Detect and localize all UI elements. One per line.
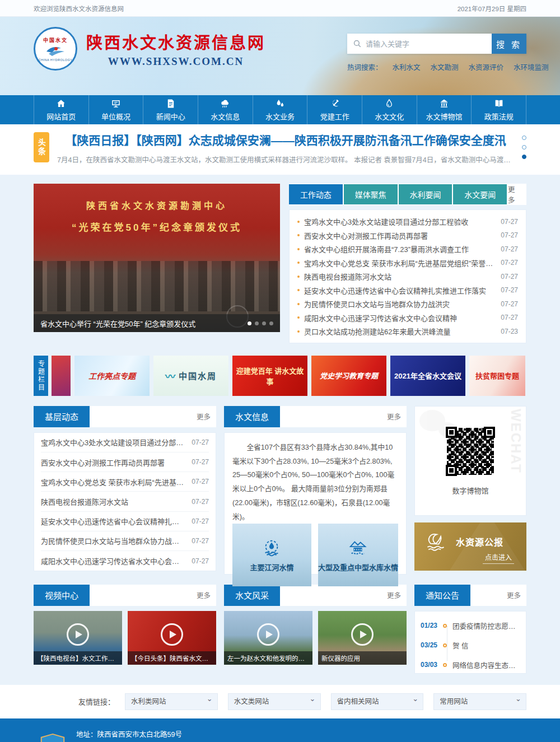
news-item[interactable]: 延安水文中心迅速传达省中心会议精神扎实推进工作落实07-27 bbox=[297, 283, 518, 297]
photo-thumbnail[interactable]: 新仪器的应用 bbox=[318, 611, 407, 665]
hot-word-link[interactable]: 水文勘测 bbox=[431, 62, 459, 72]
notice-item[interactable]: 01/23 团委疫情防控志愿服务《倡议… bbox=[421, 620, 520, 631]
news-item[interactable]: 宝鸡水文中心党总支 荣获市水利局“先进基层党组织”荣誉称号07-27 bbox=[297, 256, 518, 270]
carousel-dot-active[interactable] bbox=[248, 321, 251, 325]
hydro-style-more-link[interactable]: 更多 bbox=[387, 590, 407, 600]
list-item[interactable]: 宝鸡水文中心党总支 荣获市水利局“先进基层党组织”荣誉称号07-27 bbox=[41, 472, 209, 492]
photo-caption: 省水文中心举行 “光荣在党50年” 纪念章颁发仪式 bbox=[40, 318, 248, 329]
carousel-dots[interactable] bbox=[248, 321, 273, 325]
news-more-link[interactable]: 更多 bbox=[508, 184, 526, 205]
grassroots-title: 基层动态 bbox=[34, 406, 90, 427]
photo-banner-text: 陕西省水文水资源勘测中心 “光荣在党50年”纪念章颁发仪式 bbox=[34, 198, 280, 234]
play-icon[interactable] bbox=[161, 623, 183, 646]
topic-banner[interactable] bbox=[52, 356, 71, 396]
links-select-water-resources[interactable]: 水利类网站 bbox=[125, 693, 218, 710]
search-button[interactable]: 搜 索 bbox=[492, 34, 526, 54]
links-select-provincial[interactable]: 省内相关网站 bbox=[331, 693, 424, 710]
play-icon[interactable] bbox=[257, 623, 279, 646]
timeline-dot-icon bbox=[443, 624, 447, 628]
main-nav: 网站首页 单位概况 新闻中心 水文信息 水文业务 bbox=[0, 95, 560, 124]
carousel-dot[interactable] bbox=[269, 321, 273, 325]
list-item[interactable]: 宝鸡水文中心3处水文站建设项目通过分部工程验收07-27 bbox=[41, 433, 209, 452]
play-icon[interactable] bbox=[67, 623, 89, 646]
list-item[interactable]: 延安水文中心迅速传达省中心会议精神扎实推进工作落实07-27 bbox=[41, 512, 209, 531]
news-item[interactable]: 为民情怀使灵口水文站与当地群众协力战洪灾07-27 bbox=[297, 297, 518, 311]
tab-media-focus[interactable]: 媒体聚焦 bbox=[344, 184, 398, 204]
news-item[interactable]: 西安水文中心对测报工作再动员再部署07-27 bbox=[297, 228, 518, 242]
nav-item-hydro-business[interactable]: 水文业务 bbox=[253, 95, 308, 124]
notice-item[interactable]: 03/25 贺 信 bbox=[421, 640, 520, 651]
site-brand[interactable]: 中国水文 CHINA HYDROLOGY 陕西水文水资源信息网 WWW.SHXS… bbox=[34, 27, 265, 71]
video-thumbnail[interactable]: 【今日头条】陕西省水文水资源… bbox=[128, 611, 216, 665]
search-input[interactable] bbox=[366, 40, 486, 48]
photo-thumbnail[interactable]: 左一为赵水文和他发明的水文缆.. bbox=[224, 611, 312, 665]
nav-item-museum[interactable]: 水文博物馆 bbox=[417, 95, 472, 124]
topics-strip: 专题栏目 工作亮点专题 〰中国水周 迎建党百年 讲水文故事 党史学习教育专题 2… bbox=[34, 356, 526, 396]
video-thumbnail[interactable]: 【陕西电视台】水文工作者：坚… bbox=[34, 611, 122, 665]
carousel-dot[interactable] bbox=[255, 321, 259, 325]
notices-list: 01/23 团委疫情防控志愿服务《倡议… 03/25 贺 信 03/03 网络信… bbox=[414, 611, 526, 674]
nav-item-news[interactable]: 新闻中心 bbox=[143, 95, 198, 124]
tab-water-news[interactable]: 水利要闻 bbox=[399, 184, 452, 204]
site-url: WWW.SHXSW.COM.CN bbox=[86, 55, 265, 68]
headline-pager-dots[interactable] bbox=[522, 132, 526, 159]
footer-address: 地址：陕西省西安市太白北路59号 bbox=[76, 728, 335, 742]
nav-item-hydro-culture[interactable]: 水文文化 bbox=[362, 95, 417, 124]
hydro-info-title: 水文信息 bbox=[224, 406, 280, 427]
bulletin-enter-link[interactable]: 点击进入 bbox=[483, 552, 514, 564]
hydro-info-more-link[interactable]: 更多 bbox=[387, 411, 407, 422]
nav-item-policy[interactable]: 政策法规 bbox=[472, 95, 526, 124]
list-item[interactable]: 西安水文中心对测报工作再动员再部署07-27 bbox=[41, 452, 209, 472]
nav-item-hydro-info[interactable]: 水文信息 bbox=[198, 95, 253, 124]
topic-banner[interactable]: 〰中国水周 bbox=[153, 356, 228, 396]
tab-work-dynamics[interactable]: 工作动态 bbox=[289, 184, 343, 204]
wechat-qr-card[interactable]: WECHAT 数字博物馆 bbox=[414, 406, 526, 516]
rainfall-summary-text: 全省107个县区有33个县降水占30.84%,其中10毫米以下30个占28.03… bbox=[232, 441, 398, 524]
video-center-header: 视频中心 更多 bbox=[34, 585, 216, 606]
notice-item[interactable]: 03/03 网络信息内容生态治理规定 bbox=[421, 660, 520, 670]
headline-section: 头条 【陕西日报】【陕西网】众志成城保安澜——陕西积极开展防汛备汛工作确保安全度… bbox=[0, 124, 560, 175]
headline-title[interactable]: 【陕西日报】【陕西网】众志成城保安澜——陕西积极开展防汛备汛工作确保安全度汛 bbox=[57, 132, 514, 148]
list-item[interactable]: 为民情怀使灵口水文站与当地群众协力战洪灾07-27 bbox=[41, 531, 209, 551]
hot-word-link[interactable]: 水利水文 bbox=[393, 62, 421, 72]
reservoir-condition-card[interactable]: 大型及重点中型水库水情 bbox=[318, 524, 398, 586]
pager-dot[interactable] bbox=[522, 136, 526, 140]
timeline-dot-icon bbox=[443, 643, 447, 647]
news-item[interactable]: 咸阳水文中心迅速学习传达省水文中心会议精神07-27 bbox=[297, 311, 518, 325]
tab-hydro-news[interactable]: 水文要闻 bbox=[453, 184, 507, 204]
pager-dot-active[interactable] bbox=[522, 155, 526, 159]
news-item[interactable]: 灵口水文站成功抢测建站62年来最大洪峰流量07-23 bbox=[297, 324, 518, 338]
river-condition-card[interactable]: 主要江河水情 bbox=[232, 524, 311, 586]
topic-banner[interactable]: 扶贫帮困专题 bbox=[469, 356, 525, 396]
pager-dot[interactable] bbox=[522, 145, 526, 150]
nav-item-party[interactable]: 党建工作 bbox=[307, 95, 362, 124]
list-item[interactable]: 陕西电视台报道陈河水文站07-27 bbox=[41, 492, 209, 511]
friendly-links-bar: 友情链接： 水利类网站 水文类网站 省内相关网站 常用网站 bbox=[0, 685, 560, 718]
topic-banner[interactable]: 工作亮点专题 bbox=[74, 356, 150, 396]
list-item[interactable]: 咸阳水文中心迅速学习传达省水文中心会议精神07-27 bbox=[41, 551, 209, 571]
topic-banner[interactable]: 2021年全省水文会议 bbox=[390, 356, 465, 396]
home-icon bbox=[56, 98, 66, 109]
logo-text-cn: 中国水文 bbox=[43, 36, 68, 44]
nav-item-about[interactable]: 单位概况 bbox=[89, 95, 144, 124]
news-item[interactable]: 陕西电视台报道陈河水文站07-27 bbox=[297, 269, 518, 283]
links-select-common[interactable]: 常用网站 bbox=[433, 693, 526, 710]
photo-carousel[interactable]: 陕西省水文水资源勘测中心 “光荣在党50年”纪念章颁发仪式 省水文中心举行 “光… bbox=[34, 184, 280, 332]
nav-item-home[interactable]: 网站首页 bbox=[34, 95, 89, 124]
carousel-dot[interactable] bbox=[262, 321, 266, 325]
news-item[interactable]: 省水文中心组织开展洛南县“7.23”暴雨洪水调查工作07-27 bbox=[297, 242, 518, 256]
hot-word-link[interactable]: 水环境监测 bbox=[514, 62, 549, 72]
topic-banner[interactable]: 迎建党百年 讲水文故事 bbox=[232, 356, 307, 396]
qr-code bbox=[445, 426, 496, 477]
links-select-hydrology[interactable]: 水文类网站 bbox=[228, 693, 321, 710]
search-icon bbox=[353, 39, 362, 48]
play-icon[interactable] bbox=[351, 623, 374, 646]
hot-word-link[interactable]: 水资源评价 bbox=[469, 62, 504, 72]
news-item[interactable]: 宝鸡水文中心3处水文站建设项目通过分部工程验收07-27 bbox=[297, 214, 518, 228]
grassroots-more-link[interactable]: 更多 bbox=[197, 411, 216, 422]
topic-banner[interactable]: 党史学习教育专题 bbox=[311, 356, 386, 396]
notices-more-link[interactable]: 更多 bbox=[507, 590, 526, 600]
water-bulletin-card[interactable]: 水资源公报 点击进入 bbox=[414, 522, 526, 571]
video-center-more-link[interactable]: 更多 bbox=[197, 590, 216, 600]
museum-icon bbox=[439, 98, 449, 109]
